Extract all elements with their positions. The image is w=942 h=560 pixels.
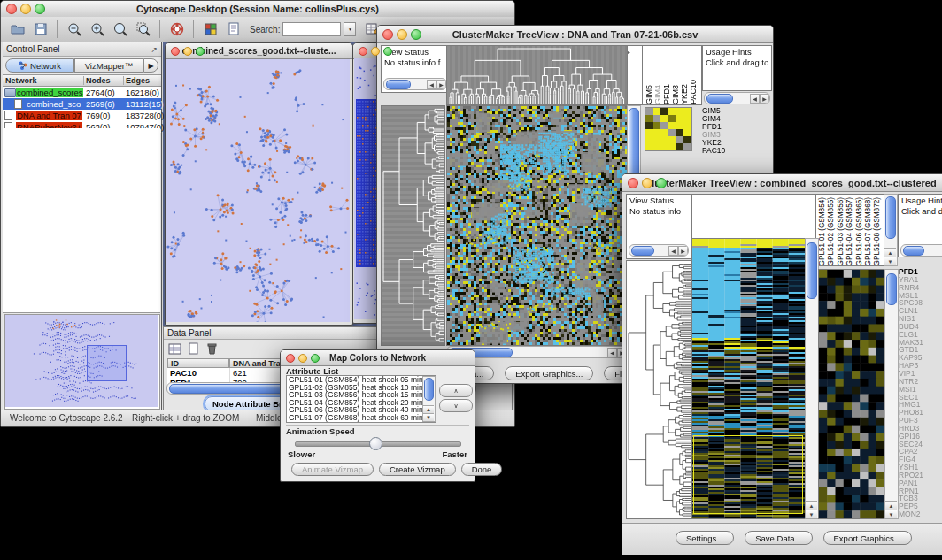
network-table-row[interactable]: combined_scores 2764(0) 16218(0) bbox=[3, 87, 161, 98]
zoom-selected-icon[interactable] bbox=[133, 19, 153, 40]
summary-heatmap[interactable] bbox=[645, 107, 692, 151]
zoom-window-icon[interactable] bbox=[311, 354, 320, 363]
network-overview-canvas[interactable] bbox=[5, 315, 158, 407]
vizmapper-grid-icon[interactable] bbox=[200, 19, 220, 40]
control-panel-tab[interactable]: VizMapper™ bbox=[74, 58, 143, 73]
minimize-icon[interactable] bbox=[371, 47, 380, 56]
save-icon[interactable] bbox=[30, 19, 50, 40]
zoom-out-icon[interactable] bbox=[64, 19, 84, 40]
usage-hints-hscrollbar[interactable]: ◀▶ bbox=[704, 92, 770, 104]
column-label[interactable]: GPL51-01 (GSM854) bbox=[818, 197, 827, 265]
open-folder-icon[interactable] bbox=[7, 19, 27, 40]
zoom-window-icon[interactable] bbox=[411, 29, 421, 40]
treeview2-titlebar[interactable]: ClusterMaker TreeView : combined_scores_… bbox=[622, 174, 942, 192]
treeview1-titlebar[interactable]: ClusterMaker TreeView : DNA and Tran 07-… bbox=[377, 26, 773, 43]
column-label[interactable]: GIM4 bbox=[653, 85, 662, 104]
network-view-canvas[interactable] bbox=[166, 59, 350, 322]
select-attributes-icon[interactable] bbox=[167, 341, 182, 357]
treeview2-footer-button[interactable]: Settings... bbox=[676, 531, 734, 545]
zoom-window-icon[interactable] bbox=[196, 47, 205, 56]
dialog-titlebar[interactable]: Map Colors to Network bbox=[281, 350, 475, 366]
zoom-fit-icon[interactable] bbox=[110, 19, 130, 40]
control-panel-tab[interactable]: ▶ bbox=[143, 58, 158, 73]
view-status-hscrollbar[interactable]: ◀▶ bbox=[383, 78, 447, 90]
scroll-down-icon[interactable]: ▼ bbox=[885, 510, 897, 518]
zoom-heatmap-vscrollbar[interactable]: ▲ ▼ bbox=[884, 269, 899, 519]
zoom-window-icon[interactable] bbox=[383, 47, 392, 56]
scrollbar-thumb[interactable] bbox=[886, 273, 897, 305]
close-icon[interactable] bbox=[359, 47, 367, 56]
scrollbar-thumb[interactable] bbox=[629, 108, 639, 179]
scrollbar-thumb[interactable] bbox=[631, 246, 654, 256]
column-label[interactable]: GIM5 bbox=[645, 85, 653, 104]
attribute-list-item[interactable]: GPL51-07 (GSM868) heat shock 60 min bbox=[287, 414, 436, 422]
column-label[interactable]: GIM3 bbox=[671, 85, 680, 104]
minimize-icon[interactable] bbox=[183, 47, 192, 56]
close-icon[interactable] bbox=[286, 354, 295, 363]
usage-hints-hscrollbar[interactable] bbox=[900, 244, 942, 257]
help-lifesaver-icon[interactable] bbox=[166, 19, 187, 40]
scrollbar-thumb[interactable] bbox=[807, 242, 817, 299]
main-titlebar[interactable]: Cytoscape Desktop (Session Name: collins… bbox=[1, 1, 514, 18]
scroll-left-icon[interactable]: ◀ bbox=[750, 94, 760, 104]
scroll-down-icon[interactable]: ▼ bbox=[884, 257, 896, 265]
scroll-right-icon[interactable]: ▶ bbox=[678, 246, 688, 256]
scroll-down-icon[interactable]: ▼ bbox=[806, 510, 817, 518]
close-icon[interactable] bbox=[382, 29, 393, 40]
new-attribute-icon[interactable] bbox=[186, 341, 201, 357]
close-icon[interactable] bbox=[171, 47, 180, 56]
column-label[interactable]: GPL51-07 (GSM868) bbox=[864, 197, 873, 265]
search-dropdown-icon[interactable]: ▼ bbox=[344, 22, 356, 36]
minimize-icon[interactable] bbox=[397, 29, 407, 40]
scroll-left-icon[interactable]: ◀ bbox=[607, 348, 617, 357]
column-label[interactable]: GPL51-06 (GSM865) bbox=[855, 197, 864, 265]
zoom-window-icon[interactable] bbox=[656, 178, 667, 188]
scrollbar-thumb[interactable] bbox=[903, 246, 924, 256]
scroll-up-icon[interactable]: ▲ bbox=[423, 405, 434, 413]
network-table-row[interactable]: DNA and Tran 07 769(0) 183728(0) bbox=[3, 110, 161, 121]
column-label[interactable]: PAC10 bbox=[689, 80, 698, 104]
scrollbar-thumb[interactable] bbox=[706, 94, 733, 104]
gene-label[interactable]: MON2 bbox=[899, 510, 942, 518]
control-panel-tab[interactable]: Network bbox=[5, 58, 74, 73]
gene-label[interactable]: PAC10 bbox=[702, 147, 770, 155]
scroll-up-icon[interactable]: ▲ bbox=[884, 248, 896, 257]
scroll-left-icon[interactable]: ◀ bbox=[427, 80, 436, 89]
close-icon[interactable] bbox=[628, 178, 638, 188]
close-icon[interactable] bbox=[6, 4, 17, 14]
column-label[interactable]: GPL51-08 (GSM872) bbox=[873, 197, 882, 265]
scrollbar-thumb[interactable] bbox=[386, 80, 411, 89]
scroll-up-icon[interactable]: ▲ bbox=[885, 501, 897, 510]
column-label[interactable]: GPL51-04 (GSM857) bbox=[845, 197, 854, 265]
heatmap-canvas[interactable] bbox=[446, 105, 628, 346]
minimize-icon[interactable] bbox=[20, 4, 31, 14]
row-dendrogram-canvas[interactable] bbox=[626, 260, 691, 519]
delete-attribute-icon[interactable] bbox=[205, 341, 220, 357]
zoom-heatmap-canvas[interactable] bbox=[818, 269, 885, 519]
move-down-button[interactable]: ∨ bbox=[439, 399, 473, 412]
annotation-icon[interactable] bbox=[223, 19, 243, 40]
scrollbar-thumb[interactable] bbox=[424, 378, 434, 401]
minimize-icon[interactable] bbox=[298, 354, 307, 363]
dialog-button[interactable]: Done bbox=[461, 463, 503, 476]
zoom-in-icon[interactable] bbox=[87, 19, 107, 40]
treeview2-footer-button[interactable]: Export Graphics... bbox=[823, 531, 912, 545]
column-label[interactable]: PFD1 bbox=[662, 84, 671, 104]
scroll-right-icon[interactable]: ▶ bbox=[760, 94, 769, 104]
column-label[interactable]: GPL51-02 (GSM855) bbox=[827, 197, 836, 265]
network-view-titlebar[interactable]: combined_scores_good.txt--cluste... bbox=[166, 43, 352, 59]
dialog-button[interactable]: Create Vizmap bbox=[379, 463, 456, 476]
network-overview-panel[interactable] bbox=[4, 314, 160, 410]
scrollbar-thumb[interactable] bbox=[885, 196, 896, 239]
move-up-button[interactable]: ∧ bbox=[439, 384, 473, 397]
scroll-up-icon[interactable]: ▲ bbox=[806, 501, 817, 510]
dialog-button[interactable]: Animate Vizmap bbox=[291, 463, 374, 476]
minimize-icon[interactable] bbox=[642, 178, 652, 188]
attribute-list[interactable]: GPL51-01 (GSM854) heat shock 05 minGPL51… bbox=[286, 375, 436, 423]
column-dendrogram-canvas[interactable] bbox=[446, 45, 628, 105]
column-label[interactable]: GPL51-03 (GSM856) bbox=[837, 197, 845, 265]
slider-thumb[interactable] bbox=[369, 437, 382, 450]
zoom-window-icon[interactable] bbox=[35, 4, 45, 14]
network-table-row[interactable]: combined_sco 2569(6) 13112(15) bbox=[3, 98, 161, 110]
search-input[interactable] bbox=[282, 22, 341, 36]
